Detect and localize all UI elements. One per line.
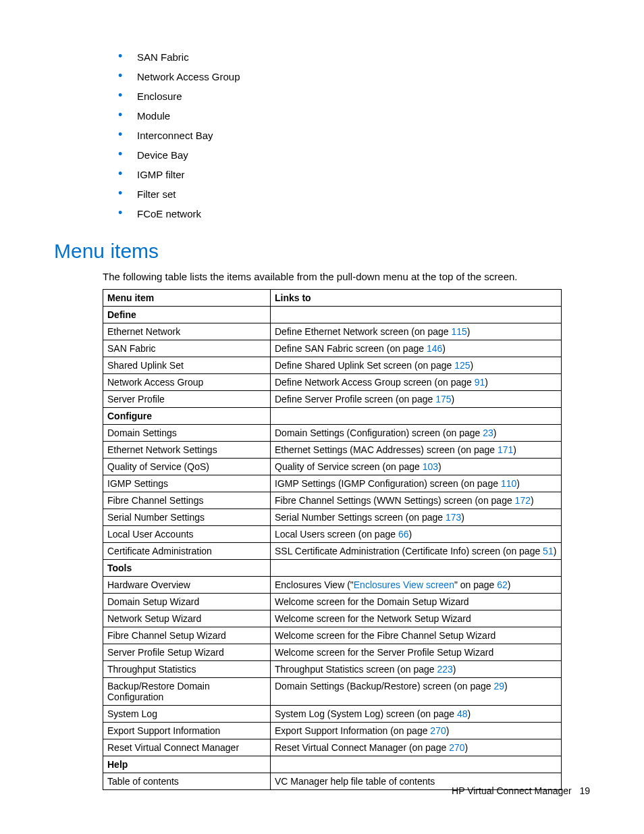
table-row: Server Profile Setup WizardWelcome scree… — [103, 644, 562, 661]
menu-item-cell: Throughput Statistics — [103, 661, 271, 678]
page-link[interactable]: 66 — [398, 529, 409, 540]
links-to-cell: Ethernet Settings (MAC Addresses) screen… — [271, 442, 562, 459]
table-row: Hardware OverviewEnclosures View ("Enclo… — [103, 577, 562, 594]
page-link[interactable]: 62 — [497, 579, 508, 590]
links-to-cell: Define Ethernet Network screen (on page … — [271, 323, 562, 340]
links-to-cell: Welcome screen for the Domain Setup Wiza… — [271, 594, 562, 610]
links-to-cell: Quality of Service screen (on page 103) — [271, 459, 562, 475]
table-row: Export Support InformationExport Support… — [103, 723, 562, 739]
bullet-list: SAN FabricNetwork Access GroupEnclosureM… — [118, 47, 590, 224]
links-to-cell: Domain Settings (Backup/Restore) screen … — [271, 678, 562, 706]
page-link[interactable]: 146 — [427, 343, 442, 354]
page-link[interactable]: 115 — [451, 326, 466, 337]
table-row: Reset Virtual Connect ManagerReset Virtu… — [103, 739, 562, 756]
list-item: Module — [118, 106, 590, 126]
links-to-cell: Define Network Access Group screen (on p… — [271, 374, 562, 391]
menu-item-cell: Domain Settings — [103, 425, 271, 442]
table-row: Ethernet Network SettingsEthernet Settin… — [103, 442, 562, 459]
menu-item-cell: Hardware Overview — [103, 577, 271, 594]
table-row: Define — [103, 307, 562, 323]
links-to-cell: Local Users screen (on page 66) — [271, 526, 562, 543]
menu-item-cell: Reset Virtual Connect Manager — [103, 739, 271, 756]
empty-cell — [271, 408, 562, 425]
col-links-to: Links to — [271, 290, 562, 307]
list-item: Device Bay — [118, 145, 590, 165]
table-row: Throughput StatisticsThroughput Statisti… — [103, 661, 562, 678]
page-footer: HP Virtual Connect Manager 19 — [452, 785, 590, 796]
page-link[interactable]: Enclosures View screen — [354, 579, 454, 590]
menu-item-cell: Server Profile — [103, 391, 271, 408]
menu-item-cell: Quality of Service (QoS) — [103, 459, 271, 475]
table-row: System LogSystem Log (System Log) screen… — [103, 706, 562, 723]
menu-item-cell: Domain Setup Wizard — [103, 594, 271, 610]
section-cell: Help — [103, 756, 271, 773]
menu-item-cell: Shared Uplink Set — [103, 357, 271, 374]
list-item: Enclosure — [118, 86, 590, 106]
table-row: Fibre Channel SettingsFibre Channel Sett… — [103, 492, 562, 509]
list-item: SAN Fabric — [118, 47, 590, 67]
intro-text: The following table lists the items avai… — [103, 271, 590, 282]
links-to-cell: Domain Settings (Configuration) screen (… — [271, 425, 562, 442]
links-to-cell: Export Support Information (on page 270) — [271, 723, 562, 739]
menu-item-cell: System Log — [103, 706, 271, 723]
section-heading: Menu items — [54, 240, 590, 263]
footer-page-number: 19 — [579, 785, 590, 796]
footer-text: HP Virtual Connect Manager — [452, 785, 572, 796]
links-to-cell: Reset Virtual Connect Manager (on page 2… — [271, 739, 562, 756]
page-link[interactable]: 171 — [498, 444, 513, 455]
list-item: Interconnect Bay — [118, 126, 590, 145]
table-header-row: Menu item Links to — [103, 290, 562, 307]
list-item: FCoE network — [118, 204, 590, 224]
links-to-cell: Define Server Profile screen (on page 17… — [271, 391, 562, 408]
empty-cell — [271, 307, 562, 323]
page-link[interactable]: 103 — [423, 461, 438, 472]
page-link[interactable]: 29 — [494, 681, 505, 692]
page-link[interactable]: 223 — [437, 664, 452, 675]
table-row: Configure — [103, 408, 562, 425]
menu-item-cell: IGMP Settings — [103, 475, 271, 492]
links-to-cell: Define Shared Uplink Set screen (on page… — [271, 357, 562, 374]
page: SAN FabricNetwork Access GroupEnclosureM… — [0, 0, 644, 834]
table-row: Backup/Restore Domain ConfigurationDomai… — [103, 678, 562, 706]
table-row: Local User AccountsLocal Users screen (o… — [103, 526, 562, 543]
table-row: Fibre Channel Setup WizardWelcome screen… — [103, 627, 562, 644]
page-link[interactable]: 48 — [457, 708, 468, 719]
menu-item-cell: SAN Fabric — [103, 340, 271, 357]
menu-items-table: Menu item Links to DefineEthernet Networ… — [103, 289, 562, 790]
table-row: Quality of Service (QoS)Quality of Servi… — [103, 459, 562, 475]
links-to-cell: System Log (System Log) screen (on page … — [271, 706, 562, 723]
page-link[interactable]: 172 — [515, 495, 531, 506]
menu-item-cell: Serial Number Settings — [103, 509, 271, 526]
table-row: Help — [103, 756, 562, 773]
table-row: Network Access GroupDefine Network Acces… — [103, 374, 562, 391]
page-link[interactable]: 110 — [501, 478, 516, 489]
list-item: Filter set — [118, 184, 590, 204]
section-cell: Tools — [103, 560, 271, 577]
table-row: Domain SettingsDomain Settings (Configur… — [103, 425, 562, 442]
empty-cell — [271, 560, 562, 577]
links-to-cell: Fibre Channel Settings (WWN Settings) sc… — [271, 492, 562, 509]
links-to-cell: Welcome screen for the Server Profile Se… — [271, 644, 562, 661]
page-link[interactable]: 175 — [435, 394, 451, 405]
links-to-cell: IGMP Settings (IGMP Configuration) scree… — [271, 475, 562, 492]
menu-item-cell: Local User Accounts — [103, 526, 271, 543]
table-row: IGMP SettingsIGMP Settings (IGMP Configu… — [103, 475, 562, 492]
page-link[interactable]: 51 — [543, 546, 554, 556]
links-to-cell: SSL Certificate Administration (Certific… — [271, 543, 562, 560]
links-to-cell: Throughput Statistics screen (on page 22… — [271, 661, 562, 678]
menu-item-cell: Fibre Channel Settings — [103, 492, 271, 509]
page-link[interactable]: 91 — [475, 377, 485, 388]
page-link[interactable]: 173 — [446, 512, 461, 523]
page-link[interactable]: 270 — [430, 725, 446, 736]
table-row: Domain Setup WizardWelcome screen for th… — [103, 594, 562, 610]
col-menu-item: Menu item — [103, 290, 271, 307]
menu-item-cell: Network Setup Wizard — [103, 610, 271, 627]
table-row: Network Setup WizardWelcome screen for t… — [103, 610, 562, 627]
page-link[interactable]: 125 — [454, 360, 470, 371]
links-to-cell: Welcome screen for the Fibre Channel Set… — [271, 627, 562, 644]
table-row: Serial Number SettingsSerial Number Sett… — [103, 509, 562, 526]
section-cell: Define — [103, 307, 271, 323]
page-link[interactable]: 23 — [483, 427, 493, 438]
table-row: Tools — [103, 560, 562, 577]
page-link[interactable]: 270 — [449, 742, 464, 753]
